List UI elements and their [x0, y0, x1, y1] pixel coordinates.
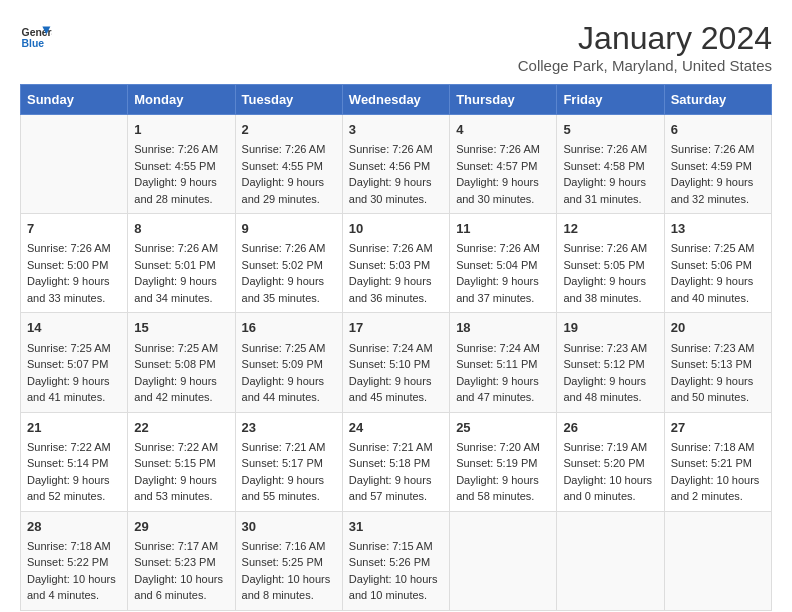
day-number: 6	[671, 121, 765, 139]
daylight-text: Daylight: 9 hours and 53 minutes.	[134, 472, 228, 505]
table-row: 9Sunrise: 7:26 AMSunset: 5:02 PMDaylight…	[235, 214, 342, 313]
daylight-text: Daylight: 10 hours and 4 minutes.	[27, 571, 121, 604]
daylight-text: Daylight: 9 hours and 44 minutes.	[242, 373, 336, 406]
table-row: 10Sunrise: 7:26 AMSunset: 5:03 PMDayligh…	[342, 214, 449, 313]
day-number: 7	[27, 220, 121, 238]
table-row: 22Sunrise: 7:22 AMSunset: 5:15 PMDayligh…	[128, 412, 235, 511]
logo: General Blue	[20, 20, 52, 52]
day-info: Sunrise: 7:26 AMSunset: 4:57 PMDaylight:…	[456, 141, 550, 207]
sunrise-text: Sunrise: 7:25 AM	[134, 340, 228, 357]
table-row: 13Sunrise: 7:25 AMSunset: 5:06 PMDayligh…	[664, 214, 771, 313]
sunrise-text: Sunrise: 7:24 AM	[456, 340, 550, 357]
sunset-text: Sunset: 5:12 PM	[563, 356, 657, 373]
table-row: 29Sunrise: 7:17 AMSunset: 5:23 PMDayligh…	[128, 511, 235, 610]
day-info: Sunrise: 7:26 AMSunset: 4:58 PMDaylight:…	[563, 141, 657, 207]
table-row: 23Sunrise: 7:21 AMSunset: 5:17 PMDayligh…	[235, 412, 342, 511]
day-number: 22	[134, 419, 228, 437]
daylight-text: Daylight: 9 hours and 35 minutes.	[242, 273, 336, 306]
table-row: 18Sunrise: 7:24 AMSunset: 5:11 PMDayligh…	[450, 313, 557, 412]
daylight-text: Daylight: 9 hours and 36 minutes.	[349, 273, 443, 306]
sunset-text: Sunset: 5:02 PM	[242, 257, 336, 274]
header-saturday: Saturday	[664, 85, 771, 115]
day-info: Sunrise: 7:26 AMSunset: 4:56 PMDaylight:…	[349, 141, 443, 207]
table-row: 12Sunrise: 7:26 AMSunset: 5:05 PMDayligh…	[557, 214, 664, 313]
day-number: 13	[671, 220, 765, 238]
day-info: Sunrise: 7:17 AMSunset: 5:23 PMDaylight:…	[134, 538, 228, 604]
daylight-text: Daylight: 9 hours and 30 minutes.	[349, 174, 443, 207]
calendar-week-1: 1Sunrise: 7:26 AMSunset: 4:55 PMDaylight…	[21, 115, 772, 214]
day-info: Sunrise: 7:26 AMSunset: 4:55 PMDaylight:…	[134, 141, 228, 207]
daylight-text: Daylight: 9 hours and 40 minutes.	[671, 273, 765, 306]
day-number: 25	[456, 419, 550, 437]
table-row: 15Sunrise: 7:25 AMSunset: 5:08 PMDayligh…	[128, 313, 235, 412]
sunset-text: Sunset: 5:10 PM	[349, 356, 443, 373]
sunrise-text: Sunrise: 7:18 AM	[27, 538, 121, 555]
sunrise-text: Sunrise: 7:22 AM	[134, 439, 228, 456]
day-number: 5	[563, 121, 657, 139]
sunrise-text: Sunrise: 7:25 AM	[242, 340, 336, 357]
sunrise-text: Sunrise: 7:23 AM	[671, 340, 765, 357]
table-row	[557, 511, 664, 610]
day-info: Sunrise: 7:16 AMSunset: 5:25 PMDaylight:…	[242, 538, 336, 604]
sunset-text: Sunset: 5:14 PM	[27, 455, 121, 472]
day-number: 26	[563, 419, 657, 437]
table-row: 31Sunrise: 7:15 AMSunset: 5:26 PMDayligh…	[342, 511, 449, 610]
day-info: Sunrise: 7:22 AMSunset: 5:14 PMDaylight:…	[27, 439, 121, 505]
day-info: Sunrise: 7:18 AMSunset: 5:21 PMDaylight:…	[671, 439, 765, 505]
day-info: Sunrise: 7:26 AMSunset: 5:03 PMDaylight:…	[349, 240, 443, 306]
daylight-text: Daylight: 9 hours and 58 minutes.	[456, 472, 550, 505]
daylight-text: Daylight: 9 hours and 41 minutes.	[27, 373, 121, 406]
sunrise-text: Sunrise: 7:26 AM	[242, 240, 336, 257]
day-info: Sunrise: 7:23 AMSunset: 5:13 PMDaylight:…	[671, 340, 765, 406]
day-number: 8	[134, 220, 228, 238]
sunrise-text: Sunrise: 7:26 AM	[349, 240, 443, 257]
sunrise-text: Sunrise: 7:26 AM	[563, 141, 657, 158]
daylight-text: Daylight: 9 hours and 45 minutes.	[349, 373, 443, 406]
day-number: 20	[671, 319, 765, 337]
daylight-text: Daylight: 10 hours and 6 minutes.	[134, 571, 228, 604]
table-row	[450, 511, 557, 610]
svg-text:Blue: Blue	[22, 38, 45, 49]
daylight-text: Daylight: 9 hours and 50 minutes.	[671, 373, 765, 406]
day-number: 18	[456, 319, 550, 337]
sunset-text: Sunset: 5:05 PM	[563, 257, 657, 274]
day-info: Sunrise: 7:26 AMSunset: 5:01 PMDaylight:…	[134, 240, 228, 306]
day-number: 28	[27, 518, 121, 536]
day-info: Sunrise: 7:26 AMSunset: 5:04 PMDaylight:…	[456, 240, 550, 306]
table-row: 16Sunrise: 7:25 AMSunset: 5:09 PMDayligh…	[235, 313, 342, 412]
sunset-text: Sunset: 5:25 PM	[242, 554, 336, 571]
day-number: 4	[456, 121, 550, 139]
header-friday: Friday	[557, 85, 664, 115]
sunrise-text: Sunrise: 7:20 AM	[456, 439, 550, 456]
sunset-text: Sunset: 4:55 PM	[242, 158, 336, 175]
sunrise-text: Sunrise: 7:26 AM	[134, 240, 228, 257]
day-info: Sunrise: 7:15 AMSunset: 5:26 PMDaylight:…	[349, 538, 443, 604]
day-number: 12	[563, 220, 657, 238]
day-number: 2	[242, 121, 336, 139]
sunset-text: Sunset: 5:15 PM	[134, 455, 228, 472]
day-number: 10	[349, 220, 443, 238]
day-info: Sunrise: 7:24 AMSunset: 5:10 PMDaylight:…	[349, 340, 443, 406]
sunset-text: Sunset: 5:17 PM	[242, 455, 336, 472]
daylight-text: Daylight: 9 hours and 31 minutes.	[563, 174, 657, 207]
calendar-header-row: Sunday Monday Tuesday Wednesday Thursday…	[21, 85, 772, 115]
header: General Blue January 2024 College Park, …	[20, 20, 772, 74]
table-row: 1Sunrise: 7:26 AMSunset: 4:55 PMDaylight…	[128, 115, 235, 214]
daylight-text: Daylight: 10 hours and 0 minutes.	[563, 472, 657, 505]
sunset-text: Sunset: 4:56 PM	[349, 158, 443, 175]
daylight-text: Daylight: 9 hours and 48 minutes.	[563, 373, 657, 406]
sunset-text: Sunset: 5:19 PM	[456, 455, 550, 472]
table-row: 27Sunrise: 7:18 AMSunset: 5:21 PMDayligh…	[664, 412, 771, 511]
sunrise-text: Sunrise: 7:16 AM	[242, 538, 336, 555]
day-number: 24	[349, 419, 443, 437]
sunrise-text: Sunrise: 7:25 AM	[671, 240, 765, 257]
day-number: 30	[242, 518, 336, 536]
table-row: 21Sunrise: 7:22 AMSunset: 5:14 PMDayligh…	[21, 412, 128, 511]
sunset-text: Sunset: 5:23 PM	[134, 554, 228, 571]
day-number: 14	[27, 319, 121, 337]
page-title: January 2024	[518, 20, 772, 57]
sunset-text: Sunset: 4:59 PM	[671, 158, 765, 175]
sunset-text: Sunset: 5:21 PM	[671, 455, 765, 472]
day-info: Sunrise: 7:21 AMSunset: 5:17 PMDaylight:…	[242, 439, 336, 505]
sunset-text: Sunset: 5:00 PM	[27, 257, 121, 274]
